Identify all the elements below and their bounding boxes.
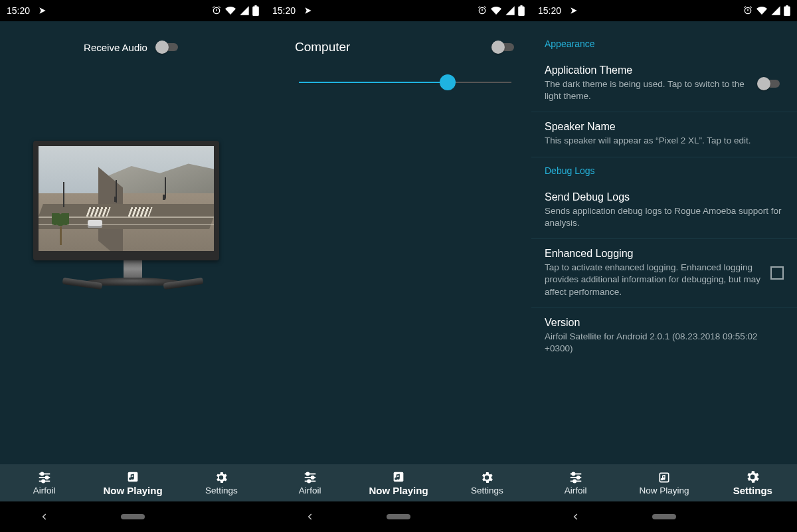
music-note-icon <box>390 470 407 484</box>
device-toggle[interactable] <box>491 40 518 54</box>
enhanced-logging-checkbox[interactable] <box>770 266 784 280</box>
computer-illustration <box>33 141 232 286</box>
tab-label: Settings <box>205 486 238 495</box>
gear-icon <box>744 470 761 484</box>
application-theme-toggle[interactable] <box>757 76 784 91</box>
svg-point-18 <box>576 476 579 479</box>
setting-send-debug-logs[interactable]: Send Debug Logs Sends application debug … <box>531 183 797 239</box>
setting-subtitle: This speaker will appear as “Pixel 2 XL”… <box>545 135 784 147</box>
status-bar: 15:20 <box>266 0 531 21</box>
sliders-icon <box>302 470 319 485</box>
tab-now-playing[interactable]: Now Playing <box>88 464 177 501</box>
wifi-icon <box>224 5 236 16</box>
gear-icon <box>478 470 495 485</box>
tab-now-playing[interactable]: Now Playing <box>354 464 442 501</box>
tab-airfoil[interactable]: Airfoil <box>266 464 354 501</box>
setting-version: Version Airfoil Satellite for Android 2.… <box>531 308 797 364</box>
tab-label: Settings <box>733 485 772 496</box>
status-clock: 15:20 <box>538 5 561 16</box>
tab-airfoil[interactable]: Airfoil <box>0 464 88 501</box>
setting-enhanced-logging[interactable]: Enhanced Logging Tap to activate enhance… <box>531 239 797 308</box>
home-button[interactable] <box>379 507 418 527</box>
signal-icon <box>505 5 515 16</box>
screen-now-playing: 15:20 Computer <box>266 0 531 532</box>
setting-title: Speaker Name <box>545 121 784 133</box>
signal-icon <box>770 5 781 16</box>
android-nav-bar <box>531 501 797 532</box>
device-name-label: Computer <box>292 40 350 54</box>
music-note-icon <box>656 470 673 485</box>
setting-subtitle: Sends application debug logs to Rogue Am… <box>545 205 784 229</box>
recents-spacer <box>733 507 772 527</box>
status-clock: 15:20 <box>7 5 30 16</box>
receive-audio-label: Receive Audio <box>84 42 147 53</box>
back-button[interactable] <box>290 507 330 527</box>
recents-spacer <box>201 507 241 527</box>
battery-icon <box>518 5 525 16</box>
tab-label: Airfoil <box>33 486 56 495</box>
alarm-icon <box>211 5 222 16</box>
home-button[interactable] <box>113 507 153 527</box>
signal-icon <box>239 5 250 16</box>
svg-point-17 <box>572 472 575 475</box>
volume-slider[interactable] <box>299 74 511 90</box>
battery-icon <box>252 5 259 16</box>
setting-title: Version <box>545 317 784 329</box>
setting-subtitle: The dark theme is being used. Tap to swi… <box>545 78 751 102</box>
wifi-icon <box>490 5 502 16</box>
wifi-icon <box>756 5 768 16</box>
back-button[interactable] <box>25 507 64 527</box>
setting-speaker-name[interactable]: Speaker Name This speaker will appear as… <box>531 112 797 157</box>
svg-point-4 <box>45 476 48 479</box>
setting-title: Send Debug Logs <box>545 191 784 203</box>
tab-settings[interactable]: Settings <box>443 464 531 501</box>
tab-bar: Airfoil Now Playing Settings <box>0 464 266 501</box>
tab-bar: Airfoil Now Playing Settings <box>266 464 531 501</box>
svg-point-12 <box>308 480 310 482</box>
setting-title: Application Theme <box>545 64 751 76</box>
gear-icon <box>213 470 230 485</box>
setting-application-theme[interactable]: Application Theme The dark theme is bein… <box>531 56 797 112</box>
tab-settings[interactable]: Settings <box>177 464 266 501</box>
tab-label: Airfoil <box>565 486 587 495</box>
tab-label: Now Playing <box>639 486 689 495</box>
sliders-icon <box>567 470 584 485</box>
tab-label: Airfoil <box>299 486 321 495</box>
alarm-icon <box>477 5 487 16</box>
tab-label: Now Playing <box>103 485 162 496</box>
svg-point-11 <box>311 476 313 479</box>
app-indicator-icon <box>304 6 313 15</box>
setting-subtitle: Airfoil Satellite for Android 2.0.1 (08.… <box>545 331 784 355</box>
svg-point-10 <box>306 472 309 475</box>
app-indicator-icon <box>569 6 578 15</box>
svg-point-5 <box>42 480 44 482</box>
app-indicator-icon <box>38 6 47 15</box>
svg-point-19 <box>573 480 576 482</box>
receive-audio-toggle[interactable] <box>155 40 182 54</box>
tab-bar: Airfoil Now Playing Settings <box>531 464 797 501</box>
sliders-icon <box>36 470 53 485</box>
tab-settings[interactable]: Settings <box>709 464 797 501</box>
setting-subtitle: Tap to activate enhanced logging. Enhanc… <box>545 262 764 298</box>
status-bar: 15:20 <box>0 0 266 21</box>
setting-title: Enhanced Logging <box>545 248 764 260</box>
back-button[interactable] <box>556 507 596 527</box>
home-button[interactable] <box>644 507 684 527</box>
tab-label: Now Playing <box>369 485 428 496</box>
recents-spacer <box>467 507 507 527</box>
screen-airfoil: 15:20 Receive Audio <box>0 0 266 532</box>
android-nav-bar <box>0 501 266 532</box>
svg-point-3 <box>41 472 43 475</box>
section-header-appearance: Appearance <box>531 31 797 56</box>
android-nav-bar <box>266 501 531 532</box>
status-clock: 15:20 <box>272 5 296 16</box>
battery-icon <box>784 5 790 16</box>
tab-now-playing[interactable]: Now Playing <box>620 464 708 501</box>
screen-settings: 15:20 Appearance Ap <box>531 0 797 532</box>
alarm-icon <box>743 5 753 16</box>
tab-label: Settings <box>471 486 503 495</box>
music-note-icon <box>124 470 141 484</box>
section-header-debug-logs: Debug Logs <box>531 157 797 183</box>
status-bar: 15:20 <box>531 0 797 21</box>
tab-airfoil[interactable]: Airfoil <box>531 464 620 501</box>
